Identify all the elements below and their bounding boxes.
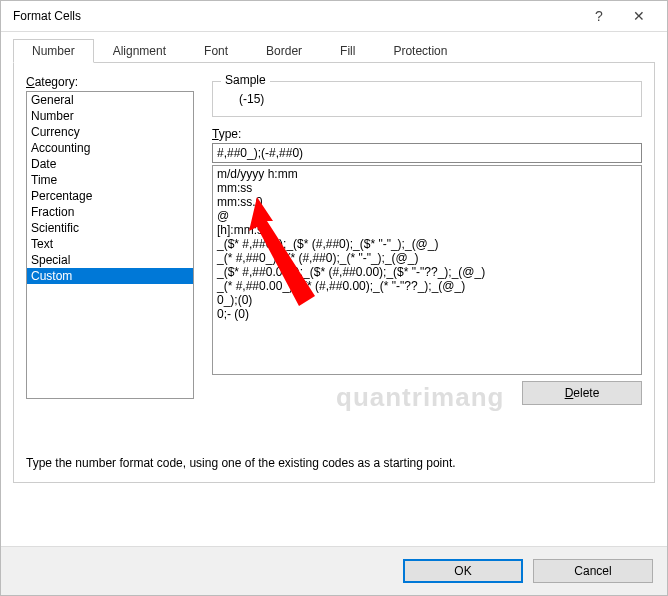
category-item-date[interactable]: Date xyxy=(27,156,193,172)
tab-number[interactable]: Number xyxy=(13,39,94,63)
titlebar: Format Cells ? ✕ xyxy=(1,1,667,32)
category-item-accounting[interactable]: Accounting xyxy=(27,140,193,156)
cancel-button[interactable]: Cancel xyxy=(533,559,653,583)
format-item[interactable]: 0_);(0) xyxy=(215,293,639,307)
format-item[interactable]: 0;- (0) xyxy=(215,307,639,321)
category-label: Category: xyxy=(26,75,194,89)
window-title: Format Cells xyxy=(13,9,579,23)
close-button[interactable]: ✕ xyxy=(619,8,659,24)
delete-button[interactable]: Delete xyxy=(522,381,642,405)
format-item[interactable]: _($* #,##0_);_($* (#,##0);_($* "-"_);_(@… xyxy=(215,237,639,251)
tab-protection[interactable]: Protection xyxy=(374,39,466,63)
category-item-general[interactable]: General xyxy=(27,92,193,108)
sample-groupbox: Sample (-15) xyxy=(212,81,642,117)
category-item-special[interactable]: Special xyxy=(27,252,193,268)
category-listbox[interactable]: GeneralNumberCurrencyAccountingDateTimeP… xyxy=(26,91,194,399)
tab-font[interactable]: Font xyxy=(185,39,247,63)
sample-label: Sample xyxy=(221,73,270,87)
category-item-custom[interactable]: Custom xyxy=(27,268,193,284)
dialog-footer: OK Cancel xyxy=(1,546,667,595)
format-item[interactable]: @ xyxy=(215,209,639,223)
dialog-body: NumberAlignmentFontBorderFillProtection … xyxy=(1,32,667,546)
format-item[interactable]: _(* #,##0.00_);_(* (#,##0.00);_(* "-"??_… xyxy=(215,279,639,293)
hint-text: Type the number format code, using one o… xyxy=(26,456,456,470)
tabstrip: NumberAlignmentFontBorderFillProtection xyxy=(13,38,655,63)
category-item-time[interactable]: Time xyxy=(27,172,193,188)
format-cells-dialog: Format Cells ? ✕ NumberAlignmentFontBord… xyxy=(0,0,668,596)
category-item-scientific[interactable]: Scientific xyxy=(27,220,193,236)
tab-alignment[interactable]: Alignment xyxy=(94,39,185,63)
category-item-text[interactable]: Text xyxy=(27,236,193,252)
category-item-currency[interactable]: Currency xyxy=(27,124,193,140)
tab-fill[interactable]: Fill xyxy=(321,39,374,63)
category-item-number[interactable]: Number xyxy=(27,108,193,124)
format-item[interactable]: _(* #,##0_);_(* (#,##0);_(* "-"_);_(@_) xyxy=(215,251,639,265)
format-item[interactable]: [h]:mm:ss xyxy=(215,223,639,237)
format-item[interactable]: m/d/yyyy h:mm xyxy=(215,167,639,181)
format-item[interactable]: mm:ss.0 xyxy=(215,195,639,209)
sample-value: (-15) xyxy=(221,86,633,106)
help-button[interactable]: ? xyxy=(579,8,619,24)
category-item-fraction[interactable]: Fraction xyxy=(27,204,193,220)
ok-button[interactable]: OK xyxy=(403,559,523,583)
type-input[interactable] xyxy=(212,143,642,163)
format-item[interactable]: mm:ss xyxy=(215,181,639,195)
category-item-percentage[interactable]: Percentage xyxy=(27,188,193,204)
type-label: Type: xyxy=(212,127,642,141)
format-item[interactable]: _($* #,##0.00_);_($* (#,##0.00);_($* "-"… xyxy=(215,265,639,279)
tab-border[interactable]: Border xyxy=(247,39,321,63)
format-listbox[interactable]: m/d/yyyy h:mmmm:ssmm:ss.0@[h]:mm:ss_($* … xyxy=(212,165,642,375)
tab-content-number: Category: GeneralNumberCurrencyAccountin… xyxy=(13,63,655,483)
